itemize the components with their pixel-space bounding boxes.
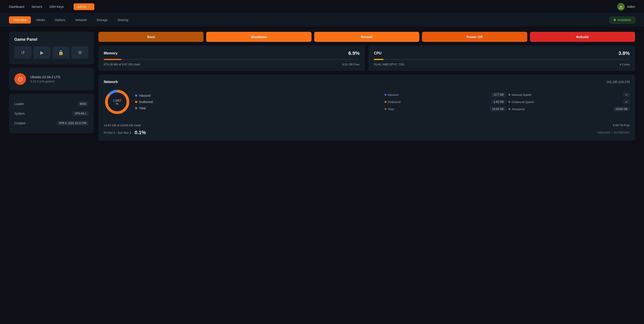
net-val-outbound: 1.92 GB xyxy=(492,100,506,104)
sys-value-system: VPS-MI-1 xyxy=(72,111,88,116)
game-panel-card: Game Panel ↺ ▶ 🔒 ⚙ xyxy=(9,32,94,64)
game-icon-lock[interactable]: 🔒 xyxy=(52,46,70,59)
memory-title: Memory xyxy=(104,51,118,55)
net-icon-outbound-speed xyxy=(508,101,510,103)
net-label-outbound: Outbound xyxy=(384,100,400,104)
legend-label-inbound: Inbound xyxy=(139,94,150,97)
memory-details: 679.39 MB of 9.67 GB Used 9.01 GB Free xyxy=(104,63,360,66)
shutdown-button[interactable]: Shutdown xyxy=(206,32,311,42)
network-date-range: Fri Oct 4 - Sun Nov 3 xyxy=(104,131,131,134)
nav-servers[interactable]: Servers xyxy=(32,5,42,9)
network-legend: Inbound Outbound Total xyxy=(135,94,380,110)
system-info-card: Loader BIOS System VPS-MI-1 Created APR … xyxy=(9,94,94,133)
net-val-total: 14.63 GB xyxy=(490,107,506,111)
action-buttons: Boot Shutdown Restart Power Off Rebuild xyxy=(98,32,635,42)
net-stat-outbound-speed: Outbound Speed ∞ xyxy=(508,100,630,104)
memory-bar-fill xyxy=(104,59,122,60)
cpu-header: CPU 3.8% xyxy=(374,50,630,56)
network-footer: 14.63 GB of 10240 GB Used 9.99 TB Free F… xyxy=(104,120,630,135)
top-nav: Dashboard Servers SSH Keys Admin → 🧟 Aid… xyxy=(0,0,644,14)
os-card: ⊙ Ubuntu 22.04.2 LTS 5.15.0-124-generic xyxy=(9,68,94,90)
tab-options[interactable]: Options xyxy=(50,16,70,24)
network-free-label: 9.99 TB Free xyxy=(613,124,630,127)
running-badge: RUNNING xyxy=(610,17,635,23)
cpu-model: DUAL AMD EPYC 7281 xyxy=(374,63,405,66)
memory-bar-bg xyxy=(104,59,360,60)
cpu-bar-fill xyxy=(374,59,384,60)
right-column: Boot Shutdown Restart Power Off Rebuild … xyxy=(98,32,635,141)
network-footer-row1: 14.63 GB of 10240 GB Used 9.99 TB Free xyxy=(104,124,630,127)
game-panel-title: Game Panel xyxy=(14,37,88,42)
poweroff-button[interactable]: Power Off xyxy=(422,32,527,42)
memory-header: Memory 6.9% xyxy=(104,50,360,56)
net-label-inbound: Inbound xyxy=(384,93,398,96)
sys-row-created: Created APR 4, 2023 10:21 PM xyxy=(14,118,88,128)
tab-overview[interactable]: Overview xyxy=(9,16,31,24)
legend-label-total: Total xyxy=(139,106,146,110)
net-icon-total xyxy=(384,108,386,110)
cpu-details: DUAL AMD EPYC 7281 4 Cores xyxy=(374,63,630,66)
network-body: 13/87 % Inbound Outbound xyxy=(104,88,630,115)
memory-percent: 6.9% xyxy=(348,50,360,56)
net-stat-inbound: Inbound 12.7 GB xyxy=(384,92,506,97)
net-val-inbound-speed: ∞ xyxy=(623,92,630,97)
running-label: RUNNING xyxy=(618,18,631,22)
network-title: Network xyxy=(104,80,118,84)
os-info: Ubuntu 22.04.2 LTS 5.15.0-124-generic xyxy=(30,75,60,83)
rebuild-button[interactable]: Rebuild xyxy=(530,32,635,42)
avatar: 🧟 xyxy=(617,3,625,11)
cpu-bar-bg xyxy=(374,59,630,60)
nav-ssh-keys[interactable]: SSH Keys xyxy=(50,5,64,9)
network-used-label: 14.63 GB of 10240 GB Used xyxy=(104,124,141,127)
network-header: Network 103.195.103.170 xyxy=(104,80,630,84)
network-inbound-outbound-label: INBOUND + OUTBOUND xyxy=(598,131,630,134)
donut-out-val: 87 xyxy=(118,98,122,102)
game-panel-icons: ↺ ▶ 🔒 ⚙ xyxy=(14,46,88,59)
sys-label-created: Created xyxy=(14,121,26,125)
boot-button[interactable]: Boot xyxy=(98,32,204,42)
game-icon-settings[interactable]: ⚙ xyxy=(71,46,88,59)
network-footer-row2: Fri Oct 4 - Sun Nov 3 0.1% INBOUND + OUT… xyxy=(104,130,630,135)
sys-label-loader: Loader xyxy=(14,102,24,106)
legend-outbound: Outbound xyxy=(135,100,380,104)
sys-row-system: System VPS-MI-1 xyxy=(14,109,88,118)
sys-value-created: APR 4, 2023 10:21 PM xyxy=(56,121,88,126)
memory-used: 679.39 MB of 9.67 GB Used xyxy=(104,63,140,66)
net-label-total: Total xyxy=(384,107,394,111)
net-val-allowance: 10240 GB xyxy=(613,107,630,111)
net-icon-inbound xyxy=(384,94,386,96)
os-kernel: 5.15.0-124-generic xyxy=(30,80,60,83)
sub-nav: Overview Media Options Network Storage S… xyxy=(0,14,644,27)
net-val-inbound: 12.7 GB xyxy=(492,92,506,97)
legend-dot-total xyxy=(135,107,137,109)
cpu-cores: 4 Cores xyxy=(620,63,630,66)
user-area: 🧟 Aiden xyxy=(617,3,635,11)
game-icon-console[interactable]: ▶ xyxy=(33,46,50,59)
net-stat-outbound: Outbound 1.92 GB xyxy=(384,100,506,104)
tab-sharing[interactable]: Sharing xyxy=(113,16,132,24)
admin-button[interactable]: Admin → xyxy=(74,3,94,10)
nav-links: Dashboard Servers SSH Keys Admin → xyxy=(9,3,94,10)
legend-inbound: Inbound xyxy=(135,94,380,97)
donut-chart: 13/87 % xyxy=(104,88,130,115)
net-stat-total: Total 14.63 GB xyxy=(384,107,506,111)
running-indicator xyxy=(614,19,616,21)
nav-dashboard[interactable]: Dashboard xyxy=(9,5,24,9)
username[interactable]: Aiden xyxy=(627,5,635,9)
cpu-card: CPU 3.8% DUAL AMD EPYC 7281 4 Cores xyxy=(368,46,635,71)
net-label-outbound-speed: Outbound Speed xyxy=(508,100,534,104)
tab-media[interactable]: Media xyxy=(32,16,49,24)
os-name: Ubuntu 22.04.2 LTS xyxy=(30,75,60,79)
tab-storage[interactable]: Storage xyxy=(92,16,112,24)
game-icon-refresh[interactable]: ↺ xyxy=(14,46,32,59)
os-icon: ⊙ xyxy=(14,73,26,85)
network-stats-grid: Inbound 12.7 GB Inbound Speed ∞ xyxy=(384,92,630,111)
network-ip: 103.195.103.170 xyxy=(606,80,630,84)
legend-label-outbound: Outbound xyxy=(139,100,153,104)
tab-network[interactable]: Network xyxy=(71,16,91,24)
restart-button[interactable]: Restart xyxy=(314,32,419,42)
main-content: Game Panel ↺ ▶ 🔒 ⚙ ⊙ Ubuntu 22.04.2 LTS … xyxy=(0,27,644,146)
net-label-inbound-speed: Inbound Speed xyxy=(508,93,531,96)
left-column: Game Panel ↺ ▶ 🔒 ⚙ ⊙ Ubuntu 22.04.2 LTS … xyxy=(9,32,94,141)
donut-pct: % xyxy=(113,102,122,105)
